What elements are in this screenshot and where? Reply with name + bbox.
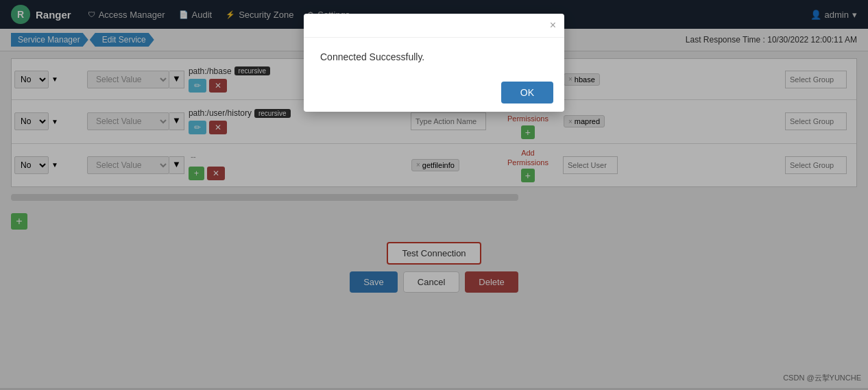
modal-dialog: × Connected Successfully. OK (304, 14, 564, 112)
modal-body: Connected Successfully. (304, 38, 564, 73)
modal-header: × (304, 14, 564, 38)
modal-overlay: × Connected Successfully. OK (0, 0, 868, 388)
modal-close-button[interactable]: × (550, 19, 556, 32)
modal-footer: OK (304, 73, 564, 112)
modal-message: Connected Successfully. (320, 51, 424, 62)
modal-ok-button[interactable]: OK (501, 82, 553, 103)
